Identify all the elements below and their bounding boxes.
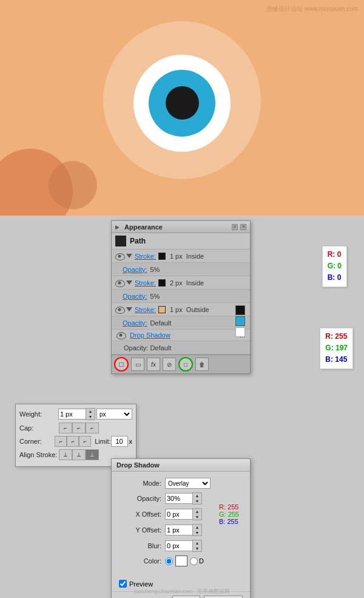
visibility-btn[interactable]: ⊘ xyxy=(163,358,176,371)
stroke-color-2[interactable] xyxy=(158,279,166,287)
panel-controls: ≡ ✕ xyxy=(232,224,246,230)
color-radio-swatch[interactable] xyxy=(165,557,173,565)
stroke-row-3-container: Stroke: 1 px Outside xyxy=(112,303,250,316)
preview-checkbox[interactable] xyxy=(119,580,127,588)
opacity-label-2[interactable]: Opacity: xyxy=(123,293,147,300)
swatch-blue[interactable] xyxy=(235,316,245,326)
visibility-icon-2[interactable] xyxy=(115,280,124,286)
cap-btn-2[interactable]: ⌐ xyxy=(72,423,86,433)
weight-spinner[interactable]: ▲ ▼ xyxy=(58,408,95,420)
visibility-icon-3[interactable] xyxy=(115,307,124,313)
swatch-black[interactable] xyxy=(235,305,245,315)
expand-icon-2[interactable] xyxy=(126,280,132,285)
corner-btn-3[interactable]: ⌐ xyxy=(79,436,91,447)
expand-collapse-icon[interactable]: ▶ xyxy=(115,224,120,230)
y-offset-up[interactable]: ▲ xyxy=(193,525,201,530)
rgb-box-1: R: 0 G: 0 B: 0 xyxy=(322,246,347,287)
y-offset-down[interactable]: ▼ xyxy=(193,530,201,535)
stroke-options-panel: Weight: ▲ ▼ px pt Cap: ⌐ ⌐ ⌐ Corner: ⌐ ⌐ xyxy=(15,404,136,467)
opacity-label-3[interactable]: Opacity: xyxy=(123,319,147,327)
stroke-row-2: Stroke: 2 px Inside xyxy=(112,276,250,290)
expand-icon-3[interactable] xyxy=(126,307,132,311)
delete-btn[interactable]: 🗑 xyxy=(195,358,209,371)
cancel-button[interactable]: Cancel xyxy=(204,596,243,598)
opacity-dialog-label: Opacity: xyxy=(119,495,161,502)
opacity-value-3: Default xyxy=(148,319,171,327)
add-new-btn[interactable]: □ xyxy=(114,357,129,372)
corner-row: Corner: ⌐ ⌐ ⌐ Limit: x xyxy=(19,436,132,447)
x-offset-up[interactable]: ▲ xyxy=(193,509,201,514)
stroke-label-2[interactable]: Stroke: xyxy=(135,279,156,287)
stroke-color-3[interactable] xyxy=(158,306,166,313)
x-offset-down[interactable]: ▼ xyxy=(193,514,201,520)
opacity-down[interactable]: ▼ xyxy=(193,498,201,504)
corner-btn-2[interactable]: ⌐ xyxy=(67,436,79,447)
weight-up[interactable]: ▲ xyxy=(86,409,95,414)
x-offset-spinner[interactable]: ▲ ▼ xyxy=(165,508,202,520)
blur-row: Blur: ▲ ▼ xyxy=(119,540,243,552)
rgb-g-3: G: 255 xyxy=(219,511,239,518)
x-offset-row: X Offset: ▲ ▼ R: 255 G: 255 B: 255 xyxy=(119,508,243,520)
weight-unit-select[interactable]: px pt xyxy=(96,409,132,420)
corner-label: Corner: xyxy=(19,438,55,445)
weight-input[interactable] xyxy=(58,409,86,420)
opacity-spinner[interactable]: ▲ ▼ xyxy=(165,492,202,505)
eye-iris xyxy=(149,70,215,137)
opacity-up[interactable]: ▲ xyxy=(193,493,201,498)
dialog-titlebar: Drop Shadow xyxy=(112,459,250,472)
blur-input[interactable] xyxy=(165,540,192,551)
blur-spinner[interactable]: ▲ ▼ xyxy=(165,540,202,552)
y-offset-spinner[interactable]: ▲ ▼ xyxy=(165,524,202,536)
panel-titlebar: ▶ Appearance ≡ ✕ xyxy=(112,221,250,233)
preview-label: Preview xyxy=(129,580,153,588)
stroke-btn[interactable]: ▭ xyxy=(131,358,144,371)
stroke-color-1[interactable] xyxy=(158,253,166,260)
mode-select[interactable]: Overlay Normal Multiply xyxy=(165,478,211,489)
panel-expand-btn[interactable]: ≡ xyxy=(232,224,238,230)
opacity-dialog-input[interactable] xyxy=(165,493,192,504)
color-radio-other[interactable] xyxy=(190,557,198,565)
align-label: Align Stroke: xyxy=(19,451,59,458)
visibility-icon-4[interactable] xyxy=(116,332,125,338)
stroke-label-3[interactable]: Stroke: xyxy=(135,306,156,313)
corner-btn-1[interactable]: ⌐ xyxy=(55,436,67,447)
stroke-label-1[interactable]: Stroke: xyxy=(135,253,156,260)
swatch-white[interactable] xyxy=(235,327,245,337)
y-offset-input[interactable] xyxy=(165,525,192,535)
visibility-icon-1[interactable] xyxy=(115,253,124,259)
x-offset-input[interactable] xyxy=(165,509,192,520)
cap-btn-3[interactable]: ⌐ xyxy=(86,423,99,433)
opacity-label-1[interactable]: Opacity: xyxy=(123,266,147,273)
ok-button[interactable]: OK xyxy=(172,596,200,598)
stroke-row-1: Stroke: 1 px Inside xyxy=(112,250,250,263)
fx-btn[interactable]: fx xyxy=(147,358,160,371)
mode-row: Mode: Overlay Normal Multiply xyxy=(119,478,243,489)
y-offset-row: Y Offset: ▲ ▼ xyxy=(119,524,243,536)
color-swatch-box[interactable] xyxy=(175,556,187,566)
y-offset-label: Y Offset: xyxy=(119,526,161,534)
y-offset-spinner-btns: ▲ ▼ xyxy=(192,524,202,536)
limit-input[interactable] xyxy=(111,436,128,447)
rgb-r-1: R: 0 xyxy=(328,249,342,260)
weight-down[interactable]: ▼ xyxy=(86,414,95,420)
rgb-box-3: R: 255 G: 255 B: 255 xyxy=(219,503,239,525)
drop-shadow-dialog: Drop Shadow Mode: Overlay Normal Multipl… xyxy=(111,458,251,598)
limit-unit: x xyxy=(129,438,133,445)
path-label: Path xyxy=(130,237,146,245)
bottom-watermark: jiaocheng.chazirian.com 世界典数据网 xyxy=(134,588,230,596)
weight-label: Weight: xyxy=(19,410,58,418)
blur-down[interactable]: ▼ xyxy=(193,546,201,551)
align-btn-1[interactable]: ⊥ xyxy=(59,449,72,460)
cap-label: Cap: xyxy=(19,424,59,432)
x-offset-label: X Offset: xyxy=(119,511,161,518)
drop-shadow-label[interactable]: Drop Shadow xyxy=(130,331,240,339)
blur-up[interactable]: ▲ xyxy=(193,540,201,546)
weight-spinner-btns: ▲ ▼ xyxy=(86,408,95,420)
stroke-info-1: 1 px Inside xyxy=(168,253,204,260)
expand-icon-1[interactable] xyxy=(126,254,132,258)
duplicate-btn[interactable]: □ xyxy=(178,357,193,372)
panel-close-btn[interactable]: ✕ xyxy=(240,224,246,230)
cap-btn-1[interactable]: ⌐ xyxy=(59,423,72,433)
align-btn-3[interactable]: ⊥ xyxy=(86,449,99,460)
align-btn-2[interactable]: ⊥ xyxy=(72,449,86,460)
